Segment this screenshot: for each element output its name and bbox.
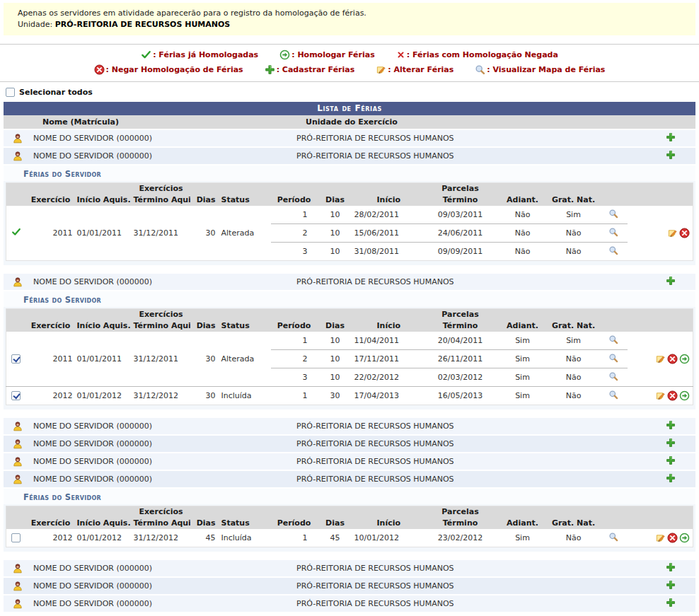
termino-cell: 09/09/2011 — [424, 243, 497, 261]
servidor-unit: PRÓ-REITORIA DE RECURSOS HUMANOS — [296, 151, 643, 161]
termino-cell: 24/06/2011 — [424, 224, 497, 243]
legend-item-negada: : Férias com Homologação Negada — [396, 47, 558, 62]
legend-item-homologadas: : Férias já Homologadas — [141, 47, 258, 62]
status-cell: Incluída — [219, 529, 271, 547]
inicio-cell: 22/02/2012 — [353, 368, 424, 387]
visualizar-icon[interactable] — [608, 209, 618, 219]
dias-parcela-cell: 45 — [318, 529, 353, 547]
termino-aquis-cell: 31/12/2011 — [132, 332, 190, 387]
legend-item-cadastrar: : Cadastrar Férias — [265, 62, 355, 77]
cadastrar-ferias-icon[interactable] — [666, 455, 676, 465]
servidor-row[interactable]: NOME DO SERVIDOR (000000) PRÓ-REITORIA D… — [4, 436, 695, 452]
visualizar-icon[interactable] — [608, 353, 618, 363]
ferias-checkbox[interactable] — [11, 354, 21, 364]
servidor-unit: PRÓ-REITORIA DE RECURSOS HUMANOS — [296, 599, 643, 608]
subtable-header: Exercício Início Aquis. Término Aquis. D… — [6, 320, 693, 332]
hdr-adiant: Adiant. — [497, 320, 548, 332]
homologar-ferias-icon[interactable] — [679, 533, 690, 543]
cadastrar-ferias-icon[interactable] — [666, 580, 676, 590]
servidor-name: NOME DO SERVIDOR (000000) — [33, 151, 296, 161]
actions-cell — [628, 206, 693, 261]
exercicio-cell: 2012 — [26, 529, 76, 547]
cadastrar-ferias-icon[interactable] — [666, 276, 676, 286]
servidor-name: NOME DO SERVIDOR (000000) — [33, 277, 296, 286]
negar-homologacao-icon[interactable] — [679, 228, 690, 238]
cadastrar-ferias-icon[interactable] — [666, 150, 676, 160]
homologar-ferias-icon[interactable] — [679, 390, 690, 401]
alterar-ferias-icon[interactable] — [667, 228, 678, 238]
servidor-row[interactable]: NOME DO SERVIDOR (000000) PRÓ-REITORIA D… — [4, 274, 695, 290]
servidor-row[interactable]: NOME DO SERVIDOR (000000) PRÓ-REITORIA D… — [4, 148, 695, 164]
user-icon — [12, 563, 23, 574]
alterar-ferias-icon — [376, 64, 386, 75]
subtable-group-header: ExercíciosParcelas — [6, 506, 693, 518]
servidor-name: NOME DO SERVIDOR (000000) — [33, 439, 296, 448]
adiant-cell: Sim — [497, 387, 548, 405]
servidor-row[interactable]: NOME DO SERVIDOR (000000) PRÓ-REITORIA D… — [4, 578, 695, 594]
user-icon — [12, 456, 23, 467]
ferias-checkbox[interactable] — [11, 533, 21, 542]
ferias-subtable: ExercíciosParcelas Exercício Início Aqui… — [6, 506, 693, 547]
parcela-row: 2011 01/01/2011 31/12/2011 30 Alterada 1… — [6, 332, 693, 350]
hdr-termino: Término — [424, 194, 497, 206]
servidor-row[interactable]: NOME DO SERVIDOR (000000) PRÓ-REITORIA D… — [4, 130, 695, 146]
hdr-grat-nat: Grat. Nat. — [548, 194, 599, 206]
banner-unit-value: PRÓ-REITORIA DE RECURSOS HUMANOS — [55, 20, 231, 29]
cadastrar-ferias-icon[interactable] — [666, 420, 676, 430]
group-parcelas: Parcelas — [424, 309, 497, 321]
legend-row-2: : Negar Homologação de Férias : Cadastra… — [0, 62, 699, 77]
inicio-cell: 15/06/2011 — [353, 224, 424, 243]
homologar-ferias-icon[interactable] — [679, 354, 690, 364]
dias-parcela-cell: 10 — [318, 243, 353, 261]
cadastrar-ferias-icon[interactable] — [666, 562, 676, 572]
visualizar-icon[interactable] — [608, 371, 618, 381]
user-icon — [12, 421, 23, 432]
legend-item-negar: : Negar Homologação de Férias — [94, 62, 243, 77]
legend-item-visualizar: : Visualizar Mapa de Férias — [475, 62, 605, 77]
visualizar-icon[interactable] — [608, 335, 618, 344]
servidor-row[interactable]: NOME DO SERVIDOR (000000) PRÓ-REITORIA D… — [4, 471, 695, 487]
alterar-ferias-icon[interactable] — [655, 354, 666, 364]
ferias-checkbox[interactable] — [11, 391, 21, 400]
user-icon — [12, 151, 23, 162]
cadastrar-ferias-icon[interactable] — [666, 132, 676, 142]
servidor-name: NOME DO SERVIDOR (000000) — [33, 134, 296, 143]
cadastrar-ferias-icon[interactable] — [666, 438, 676, 448]
select-all-checkbox[interactable] — [6, 88, 15, 97]
dias-parcela-cell: 10 — [318, 332, 353, 350]
legend-row-1: : Férias já Homologadas : Homologar Féri… — [0, 47, 699, 62]
actions-cell — [628, 387, 693, 405]
alterar-ferias-icon[interactable] — [655, 390, 666, 401]
servidor-row[interactable]: NOME DO SERVIDOR (000000) PRÓ-REITORIA D… — [4, 560, 695, 576]
col-unidade-exercicio: Unidade do Exercício — [306, 117, 695, 127]
legend-label: : Cadastrar Férias — [277, 62, 355, 77]
visualizar-icon[interactable] — [608, 245, 618, 255]
hdr-exercicio: Exercício — [26, 320, 76, 332]
visualizar-icon[interactable] — [608, 227, 618, 237]
negar-homologacao-icon[interactable] — [667, 533, 678, 543]
servidor-row[interactable]: NOME DO SERVIDOR (000000) PRÓ-REITORIA D… — [4, 453, 695, 470]
visualizar-icon[interactable] — [608, 390, 618, 400]
hdr-dias: Dias — [190, 320, 219, 332]
cadastrar-ferias-icon[interactable] — [666, 598, 676, 608]
hdr-termino-aquis: Término Aquis. — [132, 518, 190, 529]
hdr-termino: Término — [424, 320, 497, 332]
periodo-cell: 3 — [271, 243, 318, 261]
cadastrar-ferias-icon[interactable] — [666, 473, 676, 483]
servidor-row[interactable]: NOME DO SERVIDOR (000000) PRÓ-REITORIA D… — [4, 595, 695, 612]
hdr-periodo: Período — [271, 518, 318, 529]
inicio-aquis-cell: 01/01/2011 — [76, 206, 132, 261]
alterar-ferias-icon[interactable] — [655, 533, 666, 543]
servidor-row[interactable]: NOME DO SERVIDOR (000000) PRÓ-REITORIA D… — [4, 418, 695, 434]
negar-homologacao-icon[interactable] — [667, 354, 678, 364]
inicio-cell: 10/01/2012 — [353, 529, 424, 547]
dias-cell: 45 — [190, 529, 219, 547]
visualizar-icon[interactable] — [608, 532, 618, 542]
servidor-name: NOME DO SERVIDOR (000000) — [33, 599, 296, 608]
select-all-label: Selecionar todos — [19, 88, 93, 97]
status-cell: Incluída — [219, 387, 271, 405]
hdr-dias: Dias — [190, 518, 219, 529]
select-all: Selecionar todos — [6, 88, 699, 97]
negar-homologacao-icon[interactable] — [667, 390, 678, 401]
ferias-subtable: ExercíciosParcelas Exercício Início Aqui… — [6, 308, 693, 405]
